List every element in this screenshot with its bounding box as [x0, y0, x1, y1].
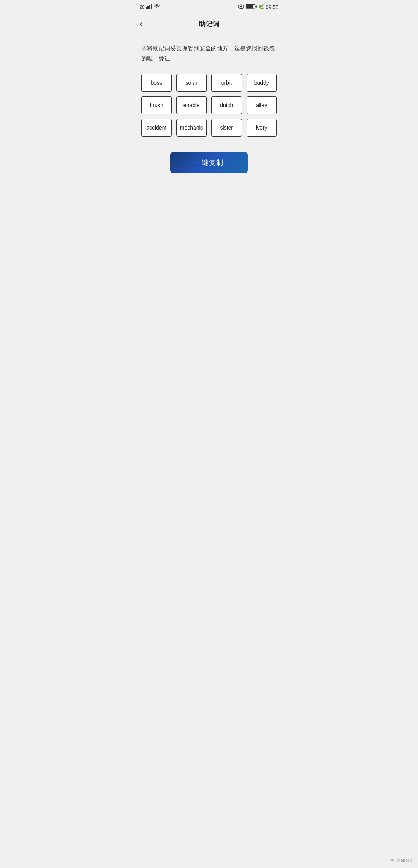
signal-icon: [146, 4, 152, 10]
svg-rect-7: [246, 5, 253, 8]
page-title: 助记词: [199, 19, 219, 29]
word-card-6[interactable]: enable: [176, 96, 207, 114]
leaf-icon: 🌿: [258, 4, 264, 10]
wifi-icon: [154, 4, 160, 10]
words-grid: bosssolarorbitbuddybrushenabledutchalley…: [141, 74, 277, 137]
word-card-4[interactable]: buddy: [247, 74, 277, 92]
svg-rect-0: [146, 7, 147, 9]
status-left: 26: [140, 4, 160, 10]
word-card-11[interactable]: sister: [211, 119, 242, 137]
back-button[interactable]: ‹: [140, 20, 142, 28]
svg-rect-2: [149, 5, 150, 9]
svg-point-5: [240, 5, 242, 7]
time-display: 09:56: [266, 4, 278, 10]
status-bar: 26: [134, 0, 284, 14]
word-card-12[interactable]: ivory: [247, 119, 277, 137]
word-card-2[interactable]: solar: [176, 74, 207, 92]
word-card-7[interactable]: dutch: [211, 96, 242, 114]
copy-all-button[interactable]: 一键复制: [170, 152, 248, 173]
word-card-10[interactable]: mechanic: [176, 119, 207, 137]
copy-btn-container: 一键复制: [141, 152, 277, 173]
eye-icon: [238, 4, 244, 10]
word-card-3[interactable]: orbit: [211, 74, 242, 92]
word-card-8[interactable]: alley: [247, 96, 277, 114]
svg-rect-8: [256, 5, 257, 7]
main-content: 请将助记词妥善保管到安全的地方，这是您找回钱包的唯一凭证。 bosssolaro…: [134, 34, 284, 181]
battery-icon: [246, 4, 257, 10]
word-card-1[interactable]: boss: [141, 74, 172, 92]
svg-rect-3: [151, 4, 152, 9]
status-right: 🌿 09:56: [238, 4, 278, 10]
word-card-9[interactable]: accident: [141, 119, 172, 137]
network-label: 26: [140, 5, 144, 9]
word-card-5[interactable]: brush: [141, 96, 172, 114]
nav-bar: ‹ 助记词: [134, 14, 284, 34]
svg-rect-1: [147, 6, 149, 9]
description-text: 请将助记词妥善保管到安全的地方，这是您找回钱包的唯一凭证。: [141, 43, 277, 63]
